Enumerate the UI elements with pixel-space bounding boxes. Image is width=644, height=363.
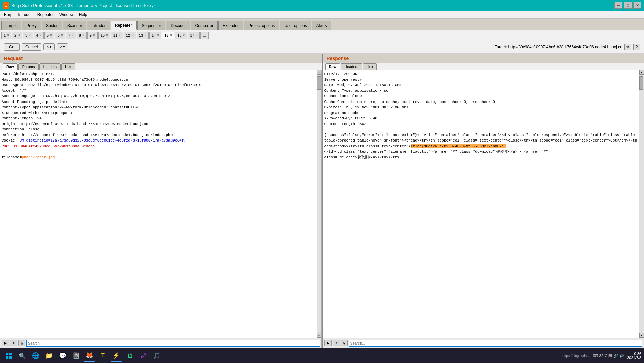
- start-button[interactable]: [3, 350, 15, 362]
- response-text[interactable]: HTTP/1.1 200 OK Server: openresty Date: …: [323, 70, 639, 161]
- minimize-button[interactable]: ─: [614, 2, 622, 9]
- response-tab-raw[interactable]: Raw: [325, 63, 340, 70]
- close-tab-3-icon[interactable]: ×: [29, 33, 31, 37]
- taskbar-wechat-icon[interactable]: 💬: [56, 350, 69, 362]
- response-scrollbar[interactable]: ▲ ▼: [639, 70, 644, 338]
- go-button[interactable]: Go: [4, 43, 20, 51]
- close-tab-14-icon[interactable]: ×: [157, 33, 159, 37]
- menu-window[interactable]: Window: [56, 12, 76, 18]
- close-tab-1-icon[interactable]: ×: [7, 33, 9, 37]
- resp-copy-btn[interactable]: ⎘: [341, 340, 348, 346]
- taskbar-firefox-icon[interactable]: 🦊: [83, 350, 96, 362]
- taskbar-search-button[interactable]: 🔍: [16, 350, 28, 362]
- taskbar-pycharm-icon[interactable]: 🖥: [124, 350, 136, 362]
- close-button[interactable]: ✕: [633, 2, 641, 9]
- repeater-tab-9[interactable]: 9 ×: [87, 32, 98, 39]
- forward-button[interactable]: > ▾: [57, 43, 68, 50]
- tray-keyboard-icon: ⌨: [593, 354, 598, 358]
- edit-target-button[interactable]: ✏: [624, 44, 631, 50]
- menu-help[interactable]: Help: [76, 12, 90, 18]
- menu-repeater[interactable]: Repeater: [35, 12, 56, 18]
- repeater-tab-2[interactable]: 2 ×: [12, 32, 22, 39]
- repeater-tab-7[interactable]: 7 ×: [66, 32, 76, 39]
- repeater-tab-14[interactable]: 14 ×: [149, 32, 161, 39]
- repeater-tab-13[interactable]: 13 ×: [137, 32, 149, 39]
- req-copy-btn[interactable]: ⎘: [18, 340, 25, 346]
- request-tab-hex[interactable]: Hex: [61, 63, 75, 70]
- resp-scroll-thumb[interactable]: [639, 76, 643, 90]
- taskbar-burp-icon[interactable]: ⚡: [110, 350, 122, 362]
- req-clear-btn[interactable]: ✕: [10, 340, 17, 346]
- back-button[interactable]: < ▾: [43, 43, 54, 50]
- close-tab-5-icon[interactable]: ×: [50, 33, 52, 37]
- repeater-tab-6[interactable]: 6 ×: [55, 32, 65, 39]
- taskbar-phpstorm-icon[interactable]: 🖊: [137, 350, 149, 362]
- response-tab-hex[interactable]: Hex: [363, 63, 377, 70]
- repeater-tab-17[interactable]: 17 ×: [188, 32, 200, 39]
- response-tab-headers[interactable]: Headers: [341, 63, 362, 70]
- close-tab-13-icon[interactable]: ×: [144, 33, 146, 37]
- tab-decoder[interactable]: Decoder: [166, 21, 190, 30]
- close-tab-15-icon[interactable]: ×: [170, 33, 172, 37]
- tab-alerts[interactable]: Alerts: [312, 21, 331, 30]
- tab-intruder[interactable]: Intruder: [87, 21, 110, 30]
- maximize-button[interactable]: □: [624, 2, 632, 9]
- close-tab-8-icon[interactable]: ×: [82, 33, 84, 37]
- taskbar-onenote-icon[interactable]: 📓: [70, 350, 82, 362]
- close-tab-12-icon[interactable]: ×: [131, 33, 134, 37]
- tab-extender[interactable]: Extender: [218, 21, 243, 30]
- close-tab-16-icon[interactable]: ×: [183, 33, 185, 37]
- scroll-up-icon[interactable]: ▲: [317, 70, 321, 75]
- close-tab-4-icon[interactable]: ×: [39, 33, 41, 37]
- repeater-tab-15[interactable]: 15 ×: [162, 32, 174, 39]
- resp-scroll-up-icon[interactable]: ▲: [639, 70, 644, 75]
- repeater-tab-5[interactable]: 5 ×: [44, 32, 54, 39]
- repeater-tab-10[interactable]: 10 ×: [98, 32, 110, 39]
- request-tab-headers[interactable]: Headers: [39, 63, 61, 70]
- repeater-tab-more[interactable]: ...: [200, 32, 208, 39]
- close-tab-17-icon[interactable]: ×: [196, 33, 198, 37]
- response-search-input[interactable]: [349, 340, 643, 347]
- close-tab-11-icon[interactable]: ×: [119, 33, 121, 37]
- request-scrollbar[interactable]: ▲ ▼: [317, 70, 321, 338]
- help-target-button[interactable]: ?: [633, 44, 640, 50]
- cancel-button[interactable]: Cancel: [22, 43, 41, 51]
- tab-comparer[interactable]: Comparer: [191, 21, 218, 30]
- close-tab-2-icon[interactable]: ×: [18, 33, 20, 37]
- close-tab-7-icon[interactable]: ×: [72, 33, 74, 37]
- tab-proxy[interactable]: Proxy: [22, 21, 41, 30]
- repeater-tab-8[interactable]: 8 ×: [77, 32, 87, 39]
- tab-sequencer[interactable]: Sequencer: [137, 21, 165, 30]
- repeater-tab-11[interactable]: 11 ×: [111, 32, 123, 39]
- taskbar-text-icon[interactable]: T: [97, 350, 109, 362]
- request-tab-params[interactable]: Params: [18, 63, 39, 70]
- close-tab-9-icon[interactable]: ×: [93, 33, 95, 37]
- taskbar-explorer-icon[interactable]: 📁: [43, 350, 55, 362]
- repeater-tab-12[interactable]: 12 ×: [124, 32, 136, 39]
- request-search-input[interactable]: [26, 340, 320, 347]
- resp-clear-btn[interactable]: ✕: [333, 340, 340, 346]
- scroll-down-icon[interactable]: ▼: [317, 333, 321, 338]
- taskbar-edge-icon[interactable]: 🌐: [30, 350, 42, 362]
- tab-user-options[interactable]: User options: [280, 21, 311, 30]
- taskbar-music-icon[interactable]: 🎵: [151, 350, 163, 362]
- request-text[interactable]: POST /delete.php HTTP/1.1 Host: 89c984cf…: [0, 70, 317, 161]
- req-pretty-btn[interactable]: ▶: [2, 340, 9, 346]
- repeater-tab-4[interactable]: 4 ×: [34, 32, 44, 39]
- tab-repeater[interactable]: Repeater: [111, 21, 137, 30]
- repeater-tab-16[interactable]: 16 ×: [175, 32, 187, 39]
- close-tab-10-icon[interactable]: ×: [106, 33, 108, 37]
- request-tab-raw[interactable]: Raw: [3, 63, 18, 70]
- scroll-thumb[interactable]: [317, 76, 321, 90]
- tab-scanner[interactable]: Scanner: [63, 21, 87, 30]
- repeater-tab-1[interactable]: 1 ×: [1, 32, 11, 39]
- menu-intruder[interactable]: Intruder: [15, 12, 34, 18]
- tab-target[interactable]: Target: [1, 21, 21, 30]
- resp-scroll-down-icon[interactable]: ▼: [639, 333, 644, 338]
- resp-pretty-btn[interactable]: ▶: [324, 340, 332, 346]
- repeater-tab-3[interactable]: 3 ×: [23, 32, 33, 39]
- tab-project-options[interactable]: Project options: [244, 21, 279, 30]
- menu-burp[interactable]: Burp: [1, 12, 15, 18]
- tab-spider[interactable]: Spider: [42, 21, 62, 30]
- close-tab-6-icon[interactable]: ×: [61, 33, 63, 37]
